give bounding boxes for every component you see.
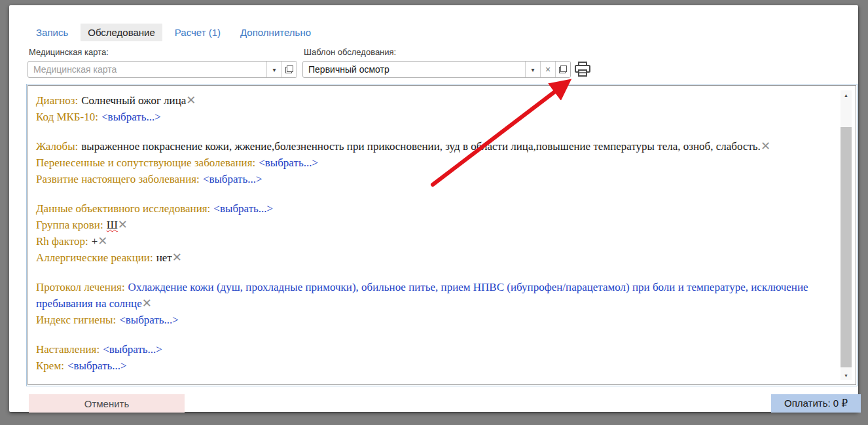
doc-line-instructions: Наставления:<выбрать...> (36, 341, 833, 358)
select-link[interactable]: <выбрать...> (101, 111, 161, 123)
field-label: Аллергические реакции: (36, 251, 153, 264)
template-label: Шаблон обследования: (304, 47, 396, 57)
doc-line-blood-group: Группа крови:Ш✕ (36, 217, 833, 233)
template-dropdown-button[interactable]: ▾ (525, 62, 540, 77)
med-card-input[interactable] (28, 62, 266, 77)
doc-line-complaints: Жалобы:выраженное покраснение кожи, жжен… (36, 138, 833, 155)
doc-line-diagnosis: Диагноз:Солнечный ожог лица✕ (36, 92, 833, 109)
field-label: Диагноз: (36, 94, 78, 107)
blank-line (36, 266, 833, 279)
field-label: Группа крови: (36, 219, 103, 231)
doc-line-treatment-protocol: Протокол лечения:Охлаждение кожи (душ, п… (36, 279, 833, 312)
med-card-label: Медицинская карта: (29, 47, 109, 57)
field-label: Протокол лечения: (36, 281, 125, 293)
select-link[interactable]: <выбрать...> (259, 157, 318, 169)
select-link[interactable]: <выбрать...> (119, 314, 179, 326)
template-input[interactable] (303, 62, 525, 77)
template-clear-button[interactable]: × (540, 62, 555, 77)
doc-line-cream: Крем:<выбрать...> (36, 358, 833, 374)
doc-line-objective-data: Данные объективного исследования:<выбрат… (36, 200, 833, 217)
scroll-up-button[interactable]: ▲ (841, 90, 852, 100)
field-label: Перенесенные и сопутствующие заболевания… (36, 157, 255, 169)
field-label: Индекс гигиены: (36, 314, 116, 326)
select-link[interactable]: <выбрать...> (103, 343, 162, 356)
tab-dopolnitelno[interactable]: Дополнительно (233, 24, 318, 41)
remove-icon[interactable]: ✕ (118, 217, 128, 231)
examination-document: Диагноз:Солнечный ожог лица✕ Код МКБ-10:… (26, 84, 858, 386)
doc-line-hygiene-index: Индекс гигиены:<выбрать...> (36, 312, 833, 328)
remove-icon[interactable]: ✕ (761, 139, 770, 153)
field-label: Данные объективного исследования: (36, 202, 210, 215)
field-label: Развитие настоящего заболевания: (36, 173, 200, 185)
field-label: Жалобы: (36, 140, 78, 153)
field-value[interactable]: + (92, 235, 98, 248)
doc-line-rh-factor: Rh фактор:+✕ (36, 233, 833, 249)
field-value[interactable]: Ш (107, 219, 118, 231)
cancel-button[interactable]: Отменить (29, 394, 185, 413)
pay-button[interactable]: Оплатить: 0 ₽ (771, 394, 861, 413)
med-card-dropdown-button[interactable]: ▾ (266, 62, 281, 77)
clear-icon: × (545, 65, 551, 74)
blank-line (36, 125, 833, 138)
examination-document-text[interactable]: Диагноз:Солнечный ожог лица✕ Код МКБ-10:… (27, 85, 856, 385)
print-button[interactable] (572, 60, 593, 79)
scroll-down-button[interactable]: ▼ (841, 371, 852, 380)
med-card-open-button[interactable] (281, 62, 297, 77)
field-value[interactable]: выраженное покраснение кожи, жжение,боле… (81, 140, 761, 153)
field-value[interactable]: Солнечный ожог лица (81, 94, 186, 107)
scrollbar-thumb[interactable] (841, 127, 852, 367)
tab-raschet[interactable]: Расчет (1) (168, 24, 228, 41)
field-label: Код МКБ-10: (36, 111, 98, 123)
blank-line (36, 187, 833, 200)
doc-line-past-diseases: Перенесенные и сопутствующие заболевания… (36, 155, 833, 171)
blank-line (36, 328, 833, 341)
printer-icon (573, 61, 592, 78)
open-picker-icon (285, 65, 293, 73)
field-label: Rh фактор: (36, 235, 88, 248)
doc-line-icd10: Код МКБ-10:<выбрать...> (36, 109, 833, 125)
field-label: Наставления: (36, 343, 99, 356)
chevron-down-icon: ▾ (272, 66, 276, 73)
tab-zapis[interactable]: Запись (29, 24, 75, 41)
doc-line-disease-history: Развитие настоящего заболевания:<выбрать… (36, 171, 833, 187)
select-link[interactable]: <выбрать...> (213, 202, 273, 215)
remove-icon[interactable]: ✕ (186, 93, 196, 107)
select-link[interactable]: <выбрать...> (203, 173, 262, 185)
open-picker-icon (559, 65, 567, 73)
doc-line-allergies: Аллергические реакции:нет✕ (36, 249, 833, 266)
template-open-button[interactable] (555, 62, 570, 77)
chevron-down-icon: ▾ (531, 66, 534, 73)
remove-icon[interactable]: ✕ (172, 250, 182, 264)
visit-form-card: Запись Обследование Расчет (1) Дополните… (9, 5, 858, 412)
remove-icon[interactable]: ✕ (98, 234, 107, 248)
field-value[interactable]: Охлаждение кожи (душ, прохладные примочк… (36, 281, 808, 310)
field-label: Крем: (36, 360, 64, 372)
tab-bar: Запись Обследование Расчет (1) Дополните… (29, 24, 318, 41)
tab-obsledovanie[interactable]: Обследование (81, 24, 162, 41)
vertical-scrollbar[interactable]: ▲ ▼ (841, 90, 852, 380)
select-link[interactable]: <выбрать...> (67, 360, 127, 372)
remove-icon[interactable]: ✕ (142, 296, 152, 310)
med-card-combo: ▾ (27, 61, 297, 78)
field-value[interactable]: нет (156, 251, 172, 264)
app-window: Запись Обследование Расчет (1) Дополните… (0, 0, 868, 425)
template-combo: ▾ × (302, 61, 571, 78)
